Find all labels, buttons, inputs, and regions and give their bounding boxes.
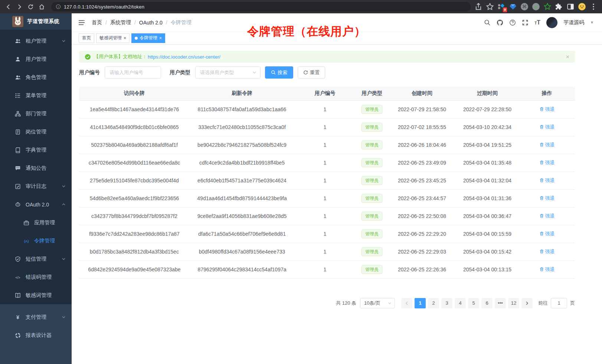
sidebar-item-oauth2-token[interactable]: (A)令牌管理 [0, 232, 72, 250]
app-logo[interactable]: 芋道管理系统 [0, 13, 72, 30]
col-access-token: 访问令牌 [79, 87, 190, 100]
page-button-1[interactable]: 1 [415, 298, 426, 308]
sidebar-item-notice[interactable]: 通知公告 [0, 159, 72, 177]
force-logout-button[interactable]: 强退 [539, 177, 555, 184]
chevron-down-icon [62, 257, 66, 261]
expire-time-cell: 2054-03-04 01:31:36 [456, 189, 519, 207]
trash-icon [539, 142, 544, 147]
sidebar-item-report[interactable]: 报表设计器 [0, 326, 72, 344]
browser-home-button[interactable] [36, 1, 47, 12]
sidebar-item-oauth2-client[interactable]: 应用管理 [0, 214, 72, 232]
sidebar-item-dept[interactable]: 部门管理 [0, 105, 72, 123]
annotation-text: 令牌管理（在线用户） [247, 24, 366, 39]
fullscreen-icon[interactable] [522, 19, 529, 26]
page-button-5[interactable]: 5 [468, 298, 479, 308]
pagination-ellipsis[interactable]: ••• [495, 298, 506, 308]
token-table: 访问令牌 刷新令牌 用户编号 用户类型 创建时间 过期时间 操作 1ea5e44… [79, 87, 575, 279]
tag-oauth2-token[interactable]: 令牌管理 × [131, 33, 165, 43]
user-type-cell: 管理员 [356, 172, 388, 189]
github-icon[interactable] [497, 19, 503, 26]
force-logout-button[interactable]: 强退 [539, 231, 555, 237]
extension-gem-icon[interactable] [509, 3, 517, 11]
page-button-12[interactable]: 12 [508, 298, 519, 308]
profile-avatar-icon[interactable] [578, 3, 586, 11]
next-page-button[interactable] [521, 298, 533, 308]
force-logout-button[interactable]: 强退 [539, 195, 555, 202]
extension-grid-diamond-icon[interactable]: 9 [497, 3, 506, 11]
sidebar-toggle-icon[interactable] [78, 19, 85, 26]
actions-cell: 强退 [519, 261, 575, 278]
user-type-select[interactable]: 请选择用户类型 [195, 66, 261, 79]
reset-button[interactable]: 重置 [298, 66, 325, 79]
trash-icon [539, 160, 544, 165]
refresh-token-cell: e6cfd40eb1f54571a31e775e039c4624 [190, 172, 294, 189]
font-size-icon[interactable]: TT [534, 19, 540, 26]
trash-icon [539, 231, 544, 236]
page-unit-label: 页 [570, 300, 575, 307]
sidebar-item-audit-log[interactable]: 审计日志 [0, 177, 72, 195]
force-logout-button[interactable]: 强退 [539, 124, 555, 130]
sidebar-item-errcode[interactable]: </>错误码管理 [0, 268, 72, 286]
breadcrumb-system[interactable]: 系统管理 [110, 19, 131, 26]
breadcrumb-oauth2[interactable]: OAuth 2.0 [139, 20, 163, 26]
goto-page-input[interactable] [551, 298, 567, 308]
extensions-puzzle-icon[interactable] [555, 3, 563, 11]
search-button[interactable]: 搜索 [265, 66, 293, 79]
browser-back-button[interactable] [3, 1, 13, 12]
user-name[interactable]: 芋道源码 [563, 19, 584, 26]
help-icon[interactable] [509, 19, 516, 26]
side-panel-icon[interactable] [566, 3, 575, 11]
sidebar-item-oauth2[interactable]: OAuth 2.0 [0, 195, 72, 214]
refresh-token-cell: 811c530487574fa0af1a59d3abc1aa66 [190, 100, 294, 118]
doc-link[interactable]: https://doc.iocoder.cn/user-center/ [148, 54, 220, 60]
tag-sensitive-word[interactable]: 敏感词管理 × [96, 33, 130, 43]
force-logout-button[interactable]: 强退 [539, 266, 555, 273]
browser-reload-button[interactable] [25, 1, 36, 12]
close-tag-icon[interactable]: × [124, 36, 126, 40]
sidebar-item-menu[interactable]: 菜单管理 [0, 86, 72, 105]
close-tag-icon[interactable]: × [159, 36, 162, 40]
alert-close-icon[interactable]: ✕ [566, 54, 570, 60]
page-size-select[interactable]: 10条/页 [360, 298, 395, 308]
force-logout-button[interactable]: 强退 [539, 213, 555, 219]
sidebar-item-post[interactable]: 岗位管理 [0, 123, 72, 141]
sidebar-item-pay[interactable]: ¥支付管理 [0, 308, 72, 326]
user-type-label: 用户类型 [170, 69, 190, 76]
user-id-cell: 1 [294, 189, 356, 207]
extension-dot-icon[interactable] [532, 3, 540, 11]
page-button-3[interactable]: 3 [441, 298, 452, 308]
user-id-input[interactable] [105, 66, 161, 79]
force-logout-button[interactable]: 强退 [539, 248, 555, 255]
extension-star-icon[interactable] [543, 3, 552, 11]
sidebar-item-tenant[interactable]: 租户管理 [0, 32, 72, 50]
tag-home[interactable]: 首页 [79, 33, 94, 43]
sidebar-item-user[interactable]: 用户管理 [0, 50, 72, 68]
user-type-badge: 管理员 [361, 123, 382, 132]
force-logout-button[interactable]: 强退 [539, 142, 555, 148]
site-info-icon[interactable] [56, 4, 61, 9]
bookmark-star-icon[interactable] [486, 3, 494, 11]
sidebar-item-role[interactable]: 角色管理 [0, 68, 72, 86]
page-button-4[interactable]: 4 [455, 298, 466, 308]
browser-forward-button[interactable] [14, 1, 24, 12]
extension-command-icon[interactable]: ⌘ [520, 3, 529, 11]
svg-text:¥: ¥ [16, 314, 19, 320]
browser-menu-icon[interactable] [589, 3, 598, 11]
search-icon[interactable] [484, 19, 491, 26]
trash-icon [539, 125, 544, 129]
sidebar-item-sms[interactable]: 短信管理 [0, 250, 72, 268]
sidebar-item-sensitive-word[interactable]: 敏感词管理 [0, 286, 72, 304]
address-bar[interactable]: 127.0.0.1:1024/system/oauth2/token [51, 2, 471, 11]
user-avatar[interactable] [546, 17, 557, 28]
page-button-6[interactable]: 6 [481, 298, 493, 308]
force-logout-button[interactable]: 强退 [539, 159, 555, 166]
user-menu-caret-icon[interactable]: ▼ [590, 20, 594, 24]
page-button-2[interactable]: 2 [428, 298, 439, 308]
refresh-token-cell: 8796295f04064c2983414cc54af1097a [190, 261, 294, 278]
sidebar-item-dict[interactable]: 字典管理 [0, 141, 72, 159]
share-icon[interactable] [474, 3, 482, 11]
breadcrumb-home[interactable]: 首页 [92, 19, 102, 26]
force-logout-button[interactable]: 强退 [539, 106, 555, 113]
prev-page-button[interactable] [401, 298, 412, 308]
col-user-id: 用户编号 [294, 87, 356, 100]
